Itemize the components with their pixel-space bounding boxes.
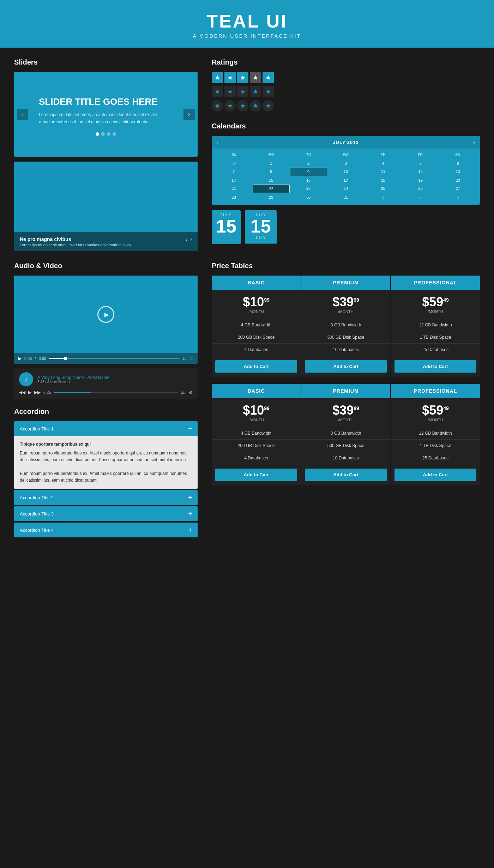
star-1-5[interactable]: ★ (263, 72, 274, 83)
cal-day[interactable]: 26 (402, 185, 439, 193)
add-to-cart-basic-2[interactable]: Add to Cart (215, 469, 297, 481)
price-premium-2-cta: Add to Cart (301, 464, 390, 485)
video-progress-bar[interactable] (49, 358, 179, 359)
accordion-header-2[interactable]: Accordion Title 2 + (14, 490, 198, 505)
star-2-5[interactable]: ★ (263, 86, 274, 97)
cal-day[interactable]: 19 (402, 176, 439, 184)
cal-day[interactable]: 10 (327, 168, 365, 176)
cal-day[interactable]: 17 (327, 176, 365, 184)
price-basic-2-cta: Add to Cart (212, 464, 301, 485)
star-2-3[interactable]: ★ (237, 86, 248, 97)
cal-day[interactable]: 18 (365, 176, 402, 184)
price-pro-2-feat-2: 1 TB Disk Space (391, 440, 480, 452)
star-3-2[interactable]: ★ (224, 100, 236, 111)
star-2-2[interactable]: ★ (224, 86, 236, 97)
calendar-next-button[interactable]: › (473, 139, 475, 145)
slider-dot-3[interactable] (107, 132, 110, 136)
cal-day[interactable]: 6 (439, 159, 476, 167)
price-pro-1-main: $5949 (422, 295, 449, 309)
video-prev-icon[interactable]: ‹ (185, 236, 187, 243)
slider-text: Lorem ipsum dolor sit amet, an autem inc… (39, 111, 159, 125)
mini-cal-1[interactable]: JULY 15 (212, 210, 241, 244)
calendar-prev-button[interactable]: ‹ (217, 139, 218, 145)
slider-dot-2[interactable] (101, 132, 105, 136)
mini-cal-2[interactable]: JULY 15 JULY (245, 210, 277, 244)
cal-day[interactable]: 23 (290, 185, 327, 193)
price-card-basic-1-amount: $1099 /MONTH (212, 290, 301, 319)
cal-day[interactable]: 31 (327, 193, 365, 201)
cal-day[interactable]: 21 (215, 185, 252, 193)
price-premium-1-feat-3: 10 Databases (301, 344, 390, 356)
slider-prev-button[interactable]: ‹ (17, 109, 28, 120)
cal-day-today[interactable]: 9 (290, 168, 327, 176)
cal-day[interactable]: 12 (402, 168, 439, 176)
add-to-cart-pro-1[interactable]: Add to Cart (394, 360, 476, 373)
cal-day-selected[interactable]: 22 (253, 185, 290, 193)
cal-day[interactable]: 3 (327, 159, 365, 167)
cal-day[interactable]: 1 (253, 159, 290, 167)
cal-day[interactable]: 15 (253, 176, 290, 184)
price-card-pro-2: PROFESSIONAL $5949 /MONTH 12 GB Bandwidt… (391, 384, 480, 485)
cal-day[interactable]: 7 (215, 168, 252, 176)
cal-day[interactable]: 11 (365, 168, 402, 176)
cal-day[interactable]: 8 (253, 168, 290, 176)
star-3-3[interactable]: ★ (237, 100, 248, 111)
video-play-ctrl-button[interactable]: ▶ (18, 356, 22, 361)
audio-progress-bar[interactable] (54, 392, 178, 393)
add-to-cart-pro-2[interactable]: Add to Cart (394, 469, 476, 481)
cal-day[interactable]: 2 (290, 159, 327, 167)
cal-day[interactable]: 30 (215, 159, 252, 167)
star-3-4[interactable]: ★ (250, 100, 261, 111)
calendar-header: ‹ JULY 2013 › (212, 136, 480, 149)
cal-day[interactable]: 1 (365, 193, 402, 201)
accordion-header-4[interactable]: Accordion Title 4 + (14, 523, 198, 537)
audio-play-button[interactable]: ▶ (28, 390, 31, 395)
accordion-toggle-1: − (188, 426, 192, 432)
audio-prev-button[interactable]: ◀◀ (19, 390, 25, 395)
cal-day[interactable]: 30 (290, 193, 327, 201)
star-2-1[interactable]: ★ (212, 86, 223, 97)
slider-dot-1[interactable] (96, 132, 99, 136)
fullscreen-icon[interactable]: ❏ (190, 356, 193, 361)
cal-day[interactable]: 27 (439, 185, 476, 193)
cal-day[interactable]: 24 (327, 185, 365, 193)
cal-day[interactable]: 4 (365, 159, 402, 167)
star-3-5[interactable]: ★ (263, 100, 274, 111)
video-progress-thumb (64, 357, 67, 360)
accordion-header-3[interactable]: Accordion Title 3 + (14, 506, 198, 521)
star-1-1[interactable]: ★ (212, 72, 223, 83)
mini-calendars: JULY 15 JULY 15 JULY (212, 210, 480, 244)
price-card-premium-1-amount: $3999 /MONTH (301, 290, 390, 319)
cal-day[interactable]: 20 (439, 176, 476, 184)
price-basic-1-feat-2: 200 GB Disk Space (212, 331, 301, 344)
cal-day[interactable]: 28 (215, 193, 252, 201)
slider-dot-4[interactable] (113, 132, 116, 136)
star-1-2[interactable]: ★ (224, 72, 236, 83)
audio-next-button[interactable]: ▶▶ (34, 390, 41, 395)
cal-day[interactable]: 2 (402, 193, 439, 201)
cal-day[interactable]: 3 (439, 193, 476, 201)
video-play-button[interactable]: ▶ (97, 306, 114, 323)
add-to-cart-basic-1[interactable]: Add to Cart (215, 360, 297, 373)
volume-icon[interactable]: 🔈 (182, 356, 187, 361)
cal-day[interactable]: 25 (365, 185, 402, 193)
star-1-4[interactable]: ★ (250, 72, 261, 83)
cal-day[interactable]: 16 (290, 176, 327, 184)
cal-day[interactable]: 13 (439, 168, 476, 176)
audio-settings-button[interactable]: ⚙ (189, 390, 193, 395)
video-progress-fill (49, 358, 64, 359)
cal-day[interactable]: 5 (402, 159, 439, 167)
video-next-icon[interactable]: › (190, 236, 192, 243)
price-basic-1-per: /MONTH (215, 309, 297, 314)
audio-volume-button[interactable]: 🔈 (181, 390, 186, 395)
accordion-header-1[interactable]: Accordion Title 1 − (14, 421, 198, 436)
star-3-1[interactable]: ★ (212, 100, 223, 111)
add-to-cart-premium-2[interactable]: Add to Cart (305, 469, 387, 481)
star-1-3[interactable]: ★ (237, 72, 248, 83)
add-to-cart-premium-1[interactable]: Add to Cart (305, 360, 387, 373)
audio-controls: ◀◀ ▶ ▶▶ 0:25 🔈 ⚙ (19, 390, 193, 395)
star-2-4[interactable]: ★ (250, 86, 261, 97)
cal-day[interactable]: 29 (253, 193, 290, 201)
cal-day[interactable]: 14 (215, 176, 252, 184)
slider-next-button[interactable]: › (183, 109, 195, 120)
